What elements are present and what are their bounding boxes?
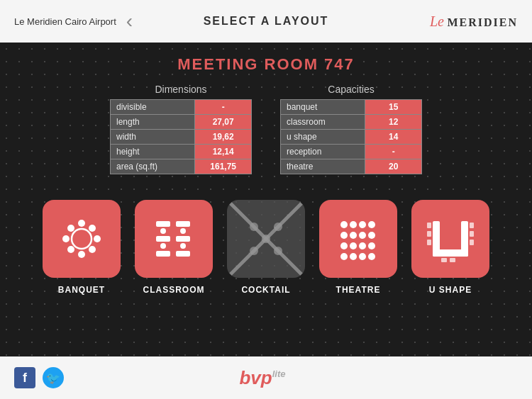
layout-classroom[interactable]: CLASSROOM [135, 200, 213, 295]
dim-value: - [195, 100, 252, 115]
dimensions-block: Dimensions divisible-length27,07width19,… [110, 84, 252, 174]
dim-value: 12,14 [195, 145, 252, 159]
ushape-icon-box [411, 200, 489, 278]
cocktail-svg [241, 214, 291, 264]
theatre-svg [333, 214, 383, 264]
bvp-logo: bvplite [239, 367, 285, 389]
dim-label: height [111, 145, 195, 159]
cocktail-label: COCKTAIL [241, 285, 290, 295]
dim-label: length [111, 115, 195, 130]
dim-value: 161,75 [195, 159, 252, 174]
svg-point-41 [368, 253, 375, 260]
cocktail-icon-box [227, 200, 305, 278]
svg-point-11 [160, 228, 166, 234]
cap-value: - [365, 145, 422, 159]
dimensions-label: Dimensions [110, 84, 252, 95]
svg-point-21 [250, 247, 258, 255]
svg-point-39 [350, 253, 357, 260]
cap-value: 20 [365, 159, 422, 174]
layout-banquet[interactable]: BANQUET [43, 200, 121, 295]
cap-label: reception [281, 145, 365, 159]
dim-label: width [111, 130, 195, 145]
table-row: area (sq.ft)161,75 [111, 159, 252, 174]
capacities-table: banquet15classroom12u shape14reception-t… [280, 99, 422, 174]
svg-rect-50 [470, 240, 474, 245]
room-title: MEETING ROOM 747 [0, 43, 532, 74]
dim-value: 27,07 [195, 115, 252, 130]
svg-rect-52 [450, 258, 455, 262]
svg-point-34 [340, 242, 348, 249]
table-row: classroom12 [281, 115, 422, 130]
table-row: height12,14 [111, 145, 252, 159]
dim-label: divisible [111, 100, 195, 115]
cap-label: u shape [281, 130, 365, 145]
cap-value: 15 [365, 100, 422, 115]
classroom-svg [149, 214, 199, 264]
svg-point-27 [350, 221, 357, 228]
svg-point-26 [340, 221, 348, 228]
svg-rect-51 [441, 258, 447, 262]
svg-point-38 [340, 253, 348, 260]
classroom-label: CLASSROOM [143, 285, 205, 295]
svg-point-23 [262, 235, 270, 243]
svg-rect-46 [427, 231, 431, 237]
back-button[interactable]: ‹ [126, 11, 133, 31]
hotel-logo: Le MERIDIEN [430, 13, 518, 30]
svg-point-20 [274, 223, 282, 231]
facebook-icon[interactable]: f [14, 367, 35, 388]
cap-label: classroom [281, 115, 365, 130]
classroom-icon-box [135, 200, 213, 278]
theatre-icon-box [319, 200, 397, 278]
venue-name: Le Meridien Cairo Airport [14, 16, 116, 27]
svg-rect-49 [470, 231, 474, 237]
svg-rect-44 [433, 249, 468, 257]
layout-cocktail[interactable]: COCKTAIL [227, 200, 305, 295]
svg-point-19 [250, 223, 258, 231]
cap-value: 14 [365, 130, 422, 145]
banquet-icon-box [43, 200, 121, 278]
svg-point-15 [160, 243, 166, 249]
dim-value: 19,62 [195, 130, 252, 145]
svg-point-6 [89, 225, 96, 232]
svg-rect-18 [176, 251, 190, 257]
capacities-label: Capacities [280, 84, 422, 95]
svg-rect-14 [176, 236, 190, 242]
dim-label: area (sq.ft) [111, 159, 195, 174]
svg-point-4 [94, 235, 101, 242]
svg-rect-45 [427, 223, 431, 228]
svg-point-5 [67, 225, 74, 232]
footer: f 🐦 bvplite [0, 356, 532, 399]
theatre-label: THEATRE [336, 285, 381, 295]
main-content: MEETING ROOM 747 Dimensions divisible-le… [0, 43, 532, 356]
social-icons: f 🐦 [14, 367, 64, 388]
svg-point-2 [78, 251, 85, 258]
svg-point-29 [368, 221, 375, 228]
cap-label: theatre [281, 159, 365, 174]
dimensions-table: divisible-length27,07width19,62height12,… [110, 99, 252, 174]
cap-value: 12 [365, 115, 422, 130]
svg-point-37 [368, 242, 375, 249]
svg-point-12 [180, 228, 186, 234]
svg-point-16 [180, 243, 186, 249]
svg-rect-13 [156, 236, 170, 242]
layout-theatre[interactable]: THEATRE [319, 200, 397, 295]
svg-point-32 [359, 232, 366, 239]
header: Le Meridien Cairo Airport ‹ SELECT A LAY… [0, 0, 532, 43]
svg-point-0 [72, 229, 92, 249]
svg-point-33 [368, 232, 375, 239]
ushape-svg [426, 214, 475, 264]
table-row: divisible- [111, 100, 252, 115]
svg-point-31 [350, 232, 357, 239]
svg-point-7 [67, 246, 74, 253]
twitter-icon[interactable]: 🐦 [43, 367, 64, 388]
table-row: length27,07 [111, 115, 252, 130]
banquet-label: BANQUET [58, 285, 105, 295]
info-section: Dimensions divisible-length27,07width19,… [0, 84, 532, 174]
svg-point-22 [274, 247, 282, 255]
svg-rect-10 [176, 221, 190, 227]
layout-ushape[interactable]: U SHAPE [411, 200, 489, 295]
svg-point-1 [78, 220, 85, 227]
layouts-section: BANQUET CLASSROOM [0, 200, 532, 295]
svg-point-30 [340, 232, 348, 239]
cap-label: banquet [281, 100, 365, 115]
